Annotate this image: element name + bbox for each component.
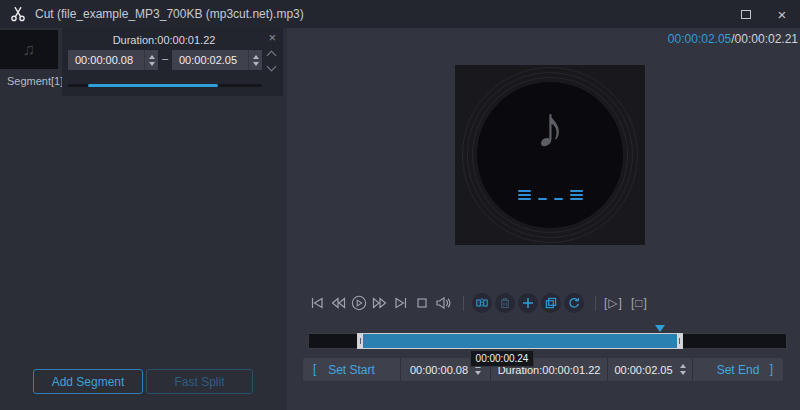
volume-button[interactable] <box>434 295 451 312</box>
spinner-up-icon[interactable] <box>149 55 155 59</box>
music-notes-icon: ♫ <box>23 40 36 60</box>
reset-button[interactable] <box>564 293 584 313</box>
end-time-spinner[interactable] <box>680 364 686 375</box>
move-segment-down-icon[interactable] <box>267 62 277 72</box>
close-button[interactable]: × <box>764 0 800 28</box>
right-bracket: ] <box>770 362 773 376</box>
equalizer-icon <box>455 190 645 200</box>
spinner-down-icon[interactable] <box>253 62 259 66</box>
delete-segment-button[interactable] <box>495 293 515 313</box>
end-time-input[interactable]: 00:00:02.05 <box>614 364 672 376</box>
music-note-icon: ♪ <box>455 93 645 160</box>
segment-duration: Duration:00:00:01.22 <box>62 34 266 46</box>
remove-segment-button[interactable]: × <box>268 31 276 44</box>
fast-split-button[interactable]: Fast Split <box>146 369 253 394</box>
play-button[interactable] <box>350 295 367 312</box>
time-display: 00:00:02.05/00:00:02.21 <box>668 32 798 46</box>
time-tooltip: 00:00:00.24 <box>470 350 534 367</box>
range-dash: – <box>158 52 172 64</box>
copy-button[interactable] <box>541 293 561 313</box>
skip-end-button[interactable] <box>392 295 409 312</box>
set-end-button[interactable]: Set End <box>717 363 760 377</box>
maximize-button[interactable] <box>728 0 764 28</box>
separator <box>595 296 596 311</box>
playhead-marker[interactable] <box>655 325 665 332</box>
segment-range-bar <box>68 84 262 87</box>
scissors-icon <box>10 6 26 22</box>
audio-artwork: ♪ <box>455 65 645 245</box>
cut-window: Cut (file_example_MP3_700KB (mp3cut.net)… <box>0 0 800 410</box>
split-button[interactable] <box>472 293 492 313</box>
start-time-input[interactable]: 00:00:00.08 <box>410 364 468 376</box>
maximize-icon <box>741 10 751 19</box>
window-title: Cut (file_example_MP3_700KB (mp3cut.net)… <box>35 7 304 21</box>
total-time: /00:00:02.21 <box>731 32 798 46</box>
separator <box>463 296 464 311</box>
segment-thumbnail[interactable]: ♫ <box>0 30 58 69</box>
rewind-button[interactable] <box>329 295 346 312</box>
segment-edit-card: Duration:00:00:01.22 00:00:00.08 – 00:00… <box>62 28 283 96</box>
fast-forward-button[interactable] <box>371 295 388 312</box>
move-segment-up-icon[interactable] <box>267 51 277 61</box>
segment-label: Segment[1] <box>7 75 63 87</box>
spinner-up-icon[interactable] <box>253 55 259 59</box>
start-spinner[interactable] <box>144 50 158 70</box>
selection-end-handle[interactable] <box>677 334 682 348</box>
spinner-down-icon[interactable] <box>680 371 686 375</box>
stop-button[interactable] <box>413 295 430 312</box>
add-segment-button[interactable]: Add Segment <box>33 369 143 394</box>
spinner-down-icon[interactable] <box>149 62 155 66</box>
add-button[interactable] <box>518 293 538 313</box>
set-end-section: Set End ] <box>692 358 783 381</box>
spinner-up-icon[interactable] <box>680 364 686 368</box>
set-start-section: [ Set Start <box>303 358 400 381</box>
end-time-section: 00:00:02.05 <box>607 358 692 381</box>
spinner-down-icon[interactable] <box>475 371 481 375</box>
segment-start-input[interactable]: 00:00:00.08 <box>68 50 158 70</box>
timeline-selection[interactable] <box>357 333 683 349</box>
skip-start-button[interactable] <box>308 295 325 312</box>
end-spinner[interactable] <box>248 50 262 70</box>
selection-start-handle[interactable] <box>358 334 363 348</box>
preview-panel: ♪ <box>287 28 800 410</box>
segment-end-input[interactable]: 00:00:02.05 <box>172 50 262 70</box>
play-clip-button[interactable]: [▷] <box>604 296 623 310</box>
segment-range-fill <box>88 84 218 87</box>
playback-controls: [▷] [□] <box>308 291 800 315</box>
set-start-button[interactable]: Set Start <box>328 363 375 377</box>
titlebar: Cut (file_example_MP3_700KB (mp3cut.net)… <box>0 0 800 28</box>
cut-bar: [ Set Start 00:00:00.08 Duration:00:00:0… <box>303 358 783 381</box>
stop-clip-button[interactable]: [□] <box>631 296 648 310</box>
left-bracket: [ <box>313 362 316 376</box>
segment-panel: ♫ Segment[1] Duration:00:00:01.22 00:00:… <box>0 28 287 410</box>
current-time: 00:00:02.05 <box>668 32 731 46</box>
timeline-track[interactable] <box>308 333 787 349</box>
